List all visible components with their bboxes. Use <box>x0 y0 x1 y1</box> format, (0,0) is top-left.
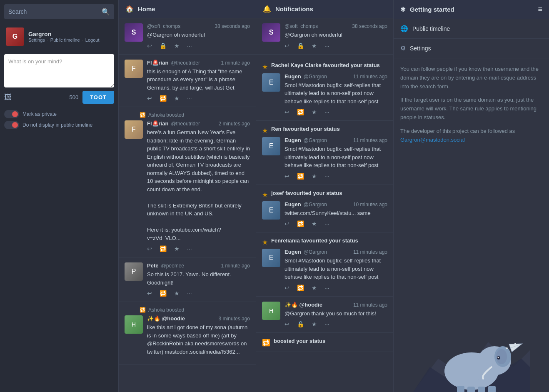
fav-button[interactable]: ★ <box>174 290 180 297</box>
status-header: Fl🚨rian @theoutrider 1 minute ago <box>147 60 250 66</box>
status-body: @Gargron oh wonderful <box>147 31 250 39</box>
boost-button[interactable]: 🔁 <box>160 95 167 102</box>
status-main: F Fl🚨rian @theoutrider 1 minute ago this… <box>125 60 250 102</box>
boost-button[interactable]: 🔁 <box>297 285 304 291</box>
svg-rect-14 <box>467 387 475 392</box>
mark-private-toggle[interactable]: Mark as private <box>4 110 114 118</box>
boost-line: 🔁 Ashoka boosted <box>125 112 250 118</box>
fav-button[interactable]: ★ <box>312 220 317 227</box>
more-button[interactable]: ··· <box>187 290 192 297</box>
svg-rect-16 <box>488 386 496 392</box>
reply-button[interactable]: ↩ <box>284 173 289 180</box>
fav-button[interactable]: ★ <box>312 321 317 327</box>
status-item: P Pete @peemee 1 minute ago So this is 2… <box>119 257 256 302</box>
status-time: 10 minutes ago <box>353 202 387 207</box>
status-time: 38 seconds ago <box>352 23 387 29</box>
more-button[interactable]: ··· <box>187 245 192 252</box>
logout-link[interactable]: Logout <box>85 37 100 42</box>
notif-text: Fenreliania favourited your status <box>271 237 358 244</box>
reply-button[interactable]: ↩ <box>147 245 152 252</box>
notifications-feed: S @soft_chomps 38 seconds ago @Gargron o… <box>256 18 393 392</box>
status-actions: ↩ 🔁 ★ ··· <box>284 109 387 115</box>
more-button[interactable]: ··· <box>324 109 329 115</box>
settings-nav-item[interactable]: ⚙ Settings <box>394 39 549 58</box>
fav-button[interactable]: ★ <box>312 173 317 180</box>
gs-info-p2: If the target user is on the same domain… <box>400 96 542 122</box>
status-main: E Eugen @Gargron 11 minutes ago Smol #Ma… <box>262 73 387 116</box>
status-header: ✨🔥 @hoodie 3 minutes ago <box>147 315 250 322</box>
avatar: P <box>125 262 143 281</box>
settings-gear-icon: ⚙ <box>400 45 406 52</box>
boost-button[interactable]: 🔁 <box>160 245 167 252</box>
more-button[interactable]: ··· <box>187 42 192 49</box>
reply-button[interactable]: ↩ <box>284 220 289 227</box>
status-content: Eugen @Gargron 10 minutes ago twitter.co… <box>284 201 387 227</box>
notif-text: boosted your status <box>274 338 325 344</box>
status-handle: @theoutrider <box>171 121 200 127</box>
reply-button[interactable]: ↩ <box>284 285 289 291</box>
fav-button[interactable]: ★ <box>174 95 180 102</box>
status-name: Eugen <box>284 73 301 80</box>
boost-icon: 🔁 <box>262 339 270 347</box>
fav-button[interactable]: ★ <box>174 245 180 252</box>
boost-by: Ashoka boosted <box>148 307 184 313</box>
gs-info-p1: You can follow people if you know their … <box>400 65 542 91</box>
status-actions: ↩ 🔁 ★ ··· <box>147 245 250 252</box>
toot-button[interactable]: TOOT <box>82 91 114 104</box>
more-button[interactable]: ··· <box>324 173 329 180</box>
gargron-link[interactable]: Gargron@mastodon.social <box>400 137 465 143</box>
reply-button[interactable]: ↩ <box>147 42 152 49</box>
compose-textarea[interactable] <box>4 54 114 87</box>
reply-button[interactable]: ↩ <box>147 290 152 297</box>
status-name: Eugen <box>284 137 301 143</box>
status-handle: @soft_chomps <box>284 23 318 29</box>
status-handle: @Gargron <box>304 137 327 143</box>
public-timeline-link[interactable]: Public timeline <box>50 37 80 42</box>
status-time: 11 minutes ago <box>353 302 387 308</box>
hamburger-menu-icon[interactable]: ≡ <box>538 5 542 14</box>
status-content: @soft_chomps 38 seconds ago @Gargron oh … <box>147 23 250 49</box>
boost-button[interactable]: 🔁 <box>160 290 167 297</box>
more-button[interactable]: ··· <box>324 42 329 49</box>
reply-button[interactable]: ↩ <box>284 321 289 327</box>
lock-icon[interactable]: 🔒 <box>297 42 304 49</box>
lock-icon[interactable]: 🔒 <box>297 321 304 327</box>
more-button[interactable]: ··· <box>324 220 329 227</box>
notifications-header: 🔔 Notifications <box>256 0 393 18</box>
more-button[interactable]: ··· <box>187 95 192 102</box>
status-name: Eugen <box>284 249 301 255</box>
more-button[interactable]: ··· <box>324 285 329 291</box>
boost-by: Ashoka boosted <box>148 112 184 118</box>
settings-link[interactable]: Settings <box>28 37 45 42</box>
search-input[interactable] <box>8 4 102 19</box>
fav-icon: ★ <box>262 63 268 71</box>
fav-button[interactable]: ★ <box>312 42 317 49</box>
image-upload-icon[interactable]: 🖼 <box>4 93 12 102</box>
boost-button[interactable]: 🔁 <box>297 109 304 115</box>
reply-button[interactable]: ↩ <box>284 42 289 49</box>
fav-button[interactable]: ★ <box>174 42 180 49</box>
avatar: S <box>262 23 280 42</box>
status-body: like this art i got done of my sona (aut… <box>147 323 250 356</box>
gs-info: You can follow people if you know their … <box>394 58 549 156</box>
reply-button[interactable]: ↩ <box>284 109 289 115</box>
more-button[interactable]: ··· <box>324 321 329 327</box>
fav-button[interactable]: ★ <box>312 109 317 115</box>
status-name: Fl🚨rian <box>147 60 168 66</box>
notification-item: H ✨🔥 @hoodie 11 minutes ago @Gargron tha… <box>256 297 393 333</box>
fav-button[interactable]: ★ <box>312 285 317 291</box>
boost-button[interactable]: 🔁 <box>297 173 304 180</box>
no-public-toggle[interactable]: Do not display in public timeline <box>4 121 114 129</box>
boost-button[interactable]: 🔁 <box>297 220 304 227</box>
status-actions: ↩ 🔁 ★ ··· <box>147 95 250 102</box>
search-icon[interactable]: 🔍 <box>102 8 110 16</box>
compose-area: 🖼 500 TOOT <box>4 54 114 104</box>
reply-button[interactable]: ↩ <box>147 95 152 102</box>
mark-private-switch[interactable] <box>4 110 19 118</box>
no-public-switch[interactable] <box>4 121 19 129</box>
fav-icon: ★ <box>262 127 268 135</box>
status-name: ✨🔥 @hoodie <box>147 315 185 322</box>
notif-event: ★ Rachel Kaye Clarke favourited your sta… <box>262 60 387 73</box>
lock-icon[interactable]: 🔒 <box>160 42 167 49</box>
public-timeline-nav-item[interactable]: 🌐 Public timeline <box>394 19 549 39</box>
